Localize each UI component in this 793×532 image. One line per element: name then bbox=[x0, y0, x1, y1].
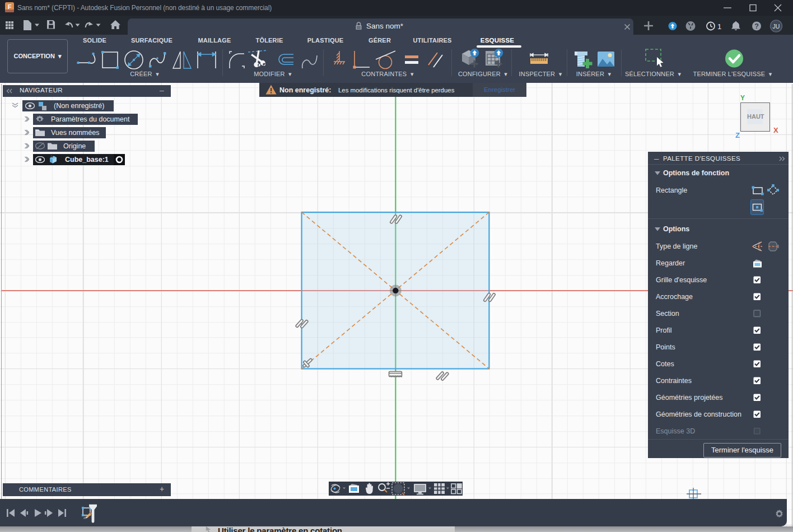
svg-text:JU: JU bbox=[773, 23, 780, 30]
svg-text:1: 1 bbox=[717, 22, 721, 31]
svg-text:?: ? bbox=[754, 22, 759, 30]
svg-text:F: F bbox=[8, 3, 12, 10]
